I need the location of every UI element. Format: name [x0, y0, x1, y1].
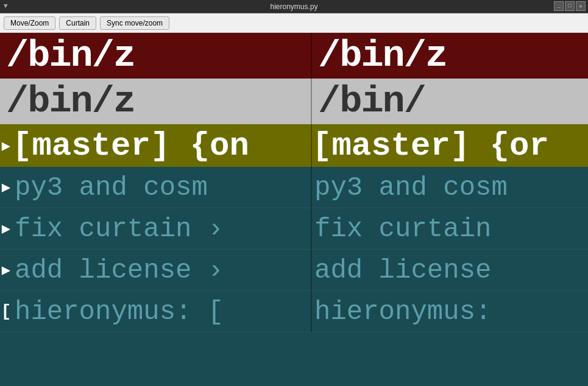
teal-row-4: [ hieronymus: [ hieronymus: [0, 291, 588, 332]
teal-left-text-1: py3 and cosm [12, 172, 208, 203]
window-controls: _ □ ✕ [554, 1, 586, 11]
teal-row-2: ▶ fix curtain › fix curtain [0, 208, 588, 250]
teal-right-text-1: py3 and cosm [312, 172, 508, 203]
main-content: /bin/z /bin/z /bin/z /bin/ ▶ [master] {o… [0, 33, 588, 386]
gray-right-panel: /bin/ [312, 79, 588, 124]
teal-left-3: ▶ add license › [0, 250, 311, 290]
olive-left-arrow: ▶ [0, 137, 12, 155]
teal-arrow-4: [ [0, 302, 12, 321]
teal-right-text-4: hieronymus: [312, 297, 491, 327]
teal-right-1: py3 and cosm [312, 167, 588, 208]
teal-left-text-3: add license › [12, 255, 224, 286]
toolbar: Move/Zoom Curtain Sync move/zoom [0, 13, 588, 33]
dark-red-band: /bin/z /bin/z [0, 33, 588, 79]
move-zoom-button[interactable]: Move/Zoom [4, 16, 55, 30]
teal-left-text-2: fix curtain › [12, 214, 224, 244]
teal-right-4: hieronymus: [312, 291, 588, 332]
teal-row-3: ▶ add license › add license [0, 250, 588, 291]
olive-band: ▶ [master] {on [master] {or [0, 124, 588, 167]
gray-right-path: /bin/ [312, 80, 425, 123]
dark-red-left-panel: /bin/z [0, 33, 311, 79]
teal-arrow-1: ▶ [0, 178, 12, 196]
teal-band: ▶ py3 and cosm py3 and cosm ▶ fix curtai… [0, 167, 588, 386]
olive-left-text: [master] {on [12, 127, 249, 164]
dark-red-left-path: /bin/z [0, 34, 135, 77]
dark-red-right-panel: /bin/z [312, 33, 588, 79]
teal-right-text-2: fix curtain [312, 214, 491, 244]
gray-left-path: /bin/z [0, 80, 135, 123]
teal-left-2: ▶ fix curtain › [0, 208, 311, 249]
maximize-button[interactable]: □ [565, 1, 575, 11]
olive-left-panel: ▶ [master] {on [0, 124, 311, 167]
teal-arrow-2: ▶ [0, 220, 12, 237]
curtain-button[interactable]: Curtain [59, 16, 96, 30]
teal-left-text-4: hieronymus: [ [12, 297, 224, 327]
teal-row-1: ▶ py3 and cosm py3 and cosm [0, 167, 588, 208]
minimize-button[interactable]: _ [554, 1, 564, 11]
teal-left-1: ▶ py3 and cosm [0, 167, 311, 208]
dark-red-right-path: /bin/z [312, 34, 447, 77]
sync-move-zoom-button[interactable]: Sync move/zoom [100, 16, 169, 30]
teal-right-2: fix curtain [312, 208, 588, 249]
title-bar: ▼ hieronymus.py _ □ ✕ [0, 0, 588, 13]
teal-right-3: add license [312, 250, 588, 290]
teal-arrow-3: ▶ [0, 261, 12, 279]
olive-right-text: [master] {or [312, 127, 549, 164]
window-title: hieronymus.py [270, 2, 317, 11]
teal-right-text-3: add license [312, 255, 491, 286]
olive-right-panel: [master] {or [312, 124, 588, 167]
teal-left-4: [ hieronymus: [ [0, 291, 311, 332]
gray-band: /bin/z /bin/ [0, 79, 588, 124]
window-menu-icon[interactable]: ▼ [4, 2, 8, 10]
close-button[interactable]: ✕ [576, 1, 586, 11]
gray-left-panel: /bin/z [0, 79, 311, 124]
